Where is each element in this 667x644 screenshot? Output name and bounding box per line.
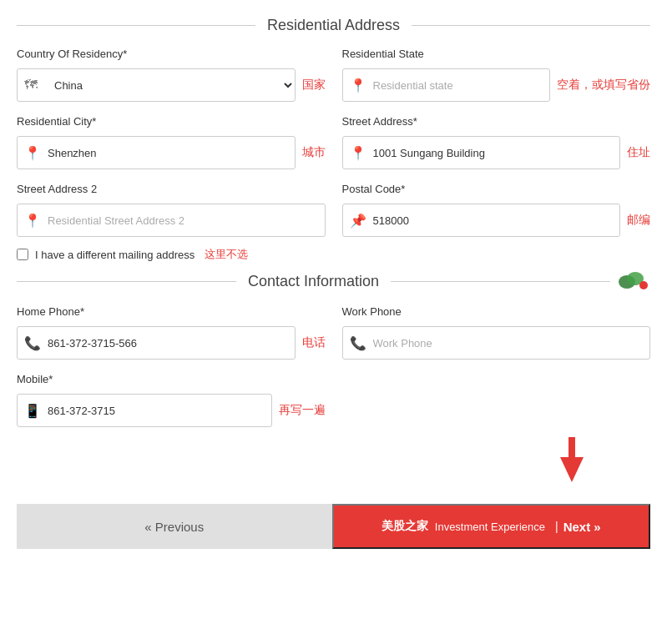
page-container: Residential Address Country Of Residency…	[0, 0, 667, 644]
street2-group: Street Address 2 📍	[17, 183, 326, 237]
mobile-annotation: 再写一遍	[279, 403, 326, 418]
mobile-input-wrapper: 📱	[17, 394, 272, 427]
arrow-area	[17, 437, 650, 487]
brand-logo	[617, 270, 650, 292]
home-phone-label-row: Home Phone *	[17, 305, 326, 322]
city-pin-icon: 📍	[24, 145, 41, 161]
work-phone-input[interactable]	[373, 337, 644, 350]
work-phone-input-wrapper: 📞	[342, 326, 651, 360]
next-label: Next »	[563, 520, 601, 534]
city-annotation: 城市	[302, 145, 326, 160]
mobile-required: *	[48, 373, 53, 385]
postal-label-row: Postal Code *	[342, 183, 651, 199]
city-group: Residential City * 📍 城市	[17, 115, 326, 169]
mailing-annotation: 这里不选	[205, 247, 248, 262]
home-phone-group: Home Phone * 📞 电话	[17, 305, 326, 360]
city-label-row: Residential City *	[17, 115, 326, 132]
previous-button[interactable]: « Previous	[17, 504, 332, 549]
arrow-annotation	[560, 437, 584, 482]
postal-input-wrapper: 📌	[342, 204, 621, 237]
city-input[interactable]	[48, 147, 288, 159]
home-phone-input-wrapper: 📞	[17, 326, 296, 360]
street2-pin-icon: 📍	[24, 213, 41, 229]
home-phone-input[interactable]	[48, 337, 288, 350]
divider: |	[555, 520, 558, 533]
mobile-icon: 📱	[24, 403, 41, 419]
street-group: Street Address * 📍 住址	[342, 115, 651, 169]
street-required: *	[413, 115, 417, 128]
country-annotation: 国家	[302, 78, 326, 93]
home-phone-annotation: 电话	[302, 335, 326, 350]
mailing-label: I have a different mailing address	[35, 249, 195, 261]
mobile-label-row: Mobile *	[17, 373, 326, 390]
state-group: Residential State 📍 空着，或填写省份	[342, 48, 651, 102]
residential-address-header: Residential Address	[17, 17, 650, 34]
postal-input[interactable]	[373, 214, 614, 227]
state-pin-icon: 📍	[350, 78, 366, 93]
logo-area	[617, 270, 650, 292]
header-line-right	[412, 25, 650, 26]
contact-title: Contact Information	[236, 273, 391, 290]
country-input-wrapper: 🗺 China USA	[17, 68, 296, 102]
next-section-label: Investment Experience	[435, 521, 545, 533]
street2-label: Street Address 2	[17, 183, 97, 195]
map-icon: 🗺	[18, 78, 38, 93]
country-label: Country Of Residency	[17, 48, 123, 60]
contact-header: Contact Information	[17, 270, 650, 292]
postal-pushpin-icon: 📌	[350, 213, 366, 229]
street-annotation: 住址	[627, 145, 650, 160]
street2-input[interactable]	[48, 214, 318, 227]
contact-form-grid: Home Phone * 📞 电话 Work Phone 📞	[17, 305, 650, 427]
postal-input-row: 📌 邮编	[342, 204, 651, 237]
street2-input-wrapper: 📍	[17, 204, 326, 237]
postal-required: *	[401, 183, 405, 195]
home-phone-icon: 📞	[24, 335, 41, 351]
city-input-wrapper: 📍	[17, 136, 296, 169]
contact-line-right	[391, 281, 610, 282]
mailing-checkbox-row: I have a different mailing address 这里不选	[17, 247, 650, 262]
country-select[interactable]: China USA	[44, 69, 295, 101]
work-phone-label-row: Work Phone	[342, 305, 651, 322]
state-input-row: 📍 空着，或填写省份	[342, 68, 651, 102]
contact-section: Contact Information Home Phone *	[17, 270, 650, 427]
bottom-nav: « Previous 美股之家 Investment Experience | …	[17, 504, 650, 549]
mobile-input[interactable]	[48, 405, 265, 417]
country-group: Country Of Residency * 🗺 China USA 国家	[17, 48, 326, 102]
mobile-input-row: 📱 再写一遍	[17, 394, 326, 427]
mobile-label: Mobile	[17, 373, 48, 385]
work-phone-label: Work Phone	[342, 305, 402, 318]
country-label-row: Country Of Residency *	[17, 48, 326, 64]
svg-point-2	[639, 281, 648, 289]
home-phone-input-row: 📞 电话	[17, 326, 326, 360]
street-input-row: 📍 住址	[342, 136, 651, 169]
street-label-row: Street Address *	[342, 115, 651, 132]
work-phone-icon: 📞	[350, 335, 366, 351]
country-input-row: 🗺 China USA 国家	[17, 68, 326, 102]
street-pin-icon: 📍	[350, 145, 366, 161]
street2-label-row: Street Address 2	[17, 183, 326, 199]
home-phone-required: *	[80, 305, 84, 318]
header-line-left	[17, 25, 255, 26]
mobile-group: Mobile * 📱 再写一遍	[17, 373, 326, 427]
contact-line-left	[17, 281, 236, 282]
arrow-head	[560, 457, 584, 482]
country-required: *	[123, 48, 127, 60]
street-input-wrapper: 📍	[342, 136, 621, 169]
state-label: Residential State	[342, 48, 424, 60]
next-button[interactable]: 美股之家 Investment Experience | Next »	[332, 504, 651, 549]
home-phone-label: Home Phone	[17, 305, 80, 318]
residential-form-grid: Country Of Residency * 🗺 China USA 国家 Re…	[17, 48, 650, 237]
postal-group: Postal Code * 📌 邮编	[342, 183, 651, 237]
residential-address-title: Residential Address	[255, 17, 412, 34]
state-input[interactable]	[373, 79, 543, 92]
work-phone-group: Work Phone 📞	[342, 305, 651, 360]
city-required: *	[92, 115, 96, 128]
postal-label: Postal Code	[342, 183, 402, 195]
state-label-row: Residential State	[342, 48, 651, 64]
postal-annotation: 邮编	[627, 213, 650, 228]
street-input[interactable]	[373, 147, 614, 159]
mailing-checkbox[interactable]	[17, 249, 28, 260]
city-input-row: 📍 城市	[17, 136, 326, 169]
arrow-shaft	[568, 437, 575, 457]
empty-cell	[342, 373, 651, 427]
